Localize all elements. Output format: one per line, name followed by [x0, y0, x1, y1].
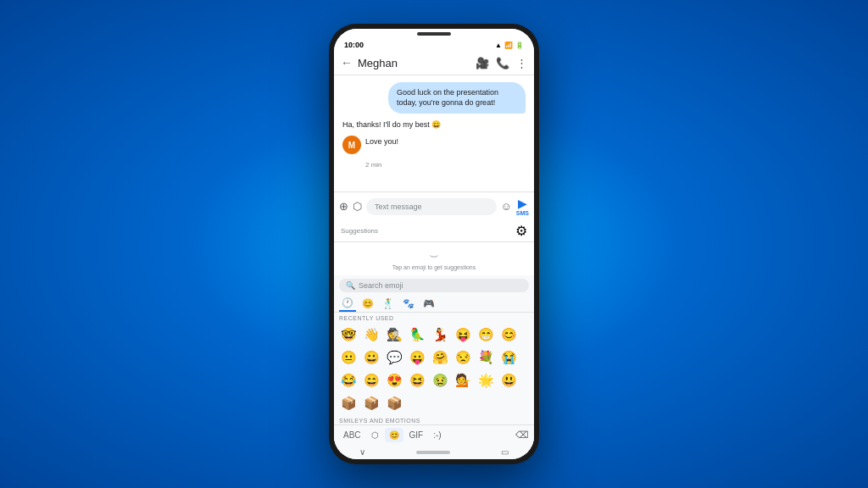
- emoji-item[interactable]: 😍: [383, 369, 405, 391]
- message-plain-received: Ha, thanks! I'll do my best 😀: [342, 119, 526, 130]
- emoji-item[interactable]: 🤓: [337, 324, 359, 346]
- emoji-item[interactable]: 💃: [429, 324, 451, 346]
- emoji-item[interactable]: 💬: [383, 347, 405, 369]
- suggestions-label: Suggestions: [341, 227, 378, 235]
- message-time: 2 min: [342, 161, 526, 169]
- contact-name: Meghan: [358, 57, 470, 69]
- send-button-area[interactable]: ▶ SMS: [516, 197, 529, 216]
- emoji-item[interactable]: 😁: [475, 324, 497, 346]
- message-input-bar: ⊕ ⬡ Text message ☺ ▶ SMS: [334, 191, 534, 220]
- emoji-item[interactable]: 💐: [475, 347, 497, 369]
- emoji-item[interactable]: 😊: [498, 324, 520, 346]
- emoji-keyboard: 🔍 Search emoji 🕐 😊 🕺 🐾 🎮 RECENTLY USED 🤓…: [334, 275, 534, 445]
- add-attachment-icon[interactable]: ⊕: [339, 200, 348, 213]
- suggestions-bar: Suggestions ⚙: [334, 220, 534, 242]
- avatar-message-text: Love you!: [365, 136, 398, 147]
- emoji-button-active[interactable]: 😊: [385, 428, 403, 442]
- phone-call-icon[interactable]: 📞: [496, 57, 509, 69]
- emoji-item[interactable]: 💁: [452, 369, 474, 391]
- status-time: 10:00: [344, 41, 364, 49]
- tab-animals[interactable]: 🐾: [400, 297, 417, 311]
- emoji-item[interactable]: 😐: [337, 347, 359, 369]
- emoji-item[interactable]: 👋: [360, 324, 382, 346]
- suggestions-content: ⌣ Tap an emoji to get suggestions: [334, 242, 534, 275]
- gif-button[interactable]: GIF: [405, 428, 428, 442]
- text-message-input[interactable]: Text message: [366, 198, 497, 215]
- status-icons: ▲ 📶 🔋: [495, 42, 524, 49]
- nav-recents-button[interactable]: ▭: [501, 447, 509, 457]
- emoji-item[interactable]: 🌟: [475, 369, 497, 391]
- phone-device: 10:00 ▲ 📶 🔋 ← Meghan 🎥 📞 ⋮ Good luck on …: [329, 24, 539, 464]
- navigation-bar: ∨ ▭: [334, 445, 534, 459]
- header-icons: 🎥 📞 ⋮: [476, 57, 527, 69]
- nav-home-button[interactable]: [416, 451, 450, 454]
- video-call-icon[interactable]: 🎥: [476, 57, 489, 69]
- keyboard-bottom-bar: ABC ⬡ 😊 GIF :-) ⌫: [334, 424, 534, 445]
- wifi-icon: 📶: [504, 42, 513, 49]
- kaomoji-button[interactable]: :-): [429, 428, 445, 442]
- emoji-search-bar[interactable]: 🔍 Search emoji: [339, 279, 529, 292]
- phone-screen: 10:00 ▲ 📶 🔋 ← Meghan 🎥 📞 ⋮ Good luck on …: [334, 29, 534, 459]
- emoji-item[interactable]: 📦: [360, 392, 382, 414]
- emoji-search-input[interactable]: Search emoji: [359, 281, 522, 290]
- phone-notch: [334, 29, 534, 37]
- send-icon[interactable]: ▶: [518, 197, 527, 210]
- emoji-item[interactable]: 😀: [360, 347, 382, 369]
- emoji-item[interactable]: 😭: [498, 347, 520, 369]
- emoji-item[interactable]: 😝: [452, 324, 474, 346]
- emoji-item[interactable]: 😛: [406, 347, 428, 369]
- signal-icon: ▲: [495, 42, 502, 49]
- more-options-icon[interactable]: ⋮: [516, 57, 527, 69]
- tab-smileys[interactable]: 😊: [359, 297, 376, 311]
- sticker-button[interactable]: ⬡: [367, 428, 383, 442]
- delete-button[interactable]: ⌫: [515, 430, 529, 441]
- emoji-item[interactable]: 😒: [452, 347, 474, 369]
- emoji-item[interactable]: 😂: [337, 369, 359, 391]
- abc-button[interactable]: ABC: [339, 428, 365, 442]
- speaker-bar: [417, 32, 451, 36]
- sms-label: SMS: [516, 210, 529, 216]
- sticker-icon[interactable]: ⬡: [353, 200, 362, 213]
- text-input-placeholder: Text message: [375, 202, 422, 211]
- message-bubble-sent: Good luck on the presentation today, you…: [388, 82, 526, 114]
- emoji-item[interactable]: 🤢: [429, 369, 451, 391]
- nav-back-button[interactable]: ∨: [359, 447, 365, 457]
- emoji-item[interactable]: 🤗: [429, 347, 451, 369]
- smileys-label: SMILEYS AND EMOTIONS: [334, 416, 534, 424]
- suggestions-hint: Tap an emoji to get suggestions: [392, 264, 476, 270]
- recently-used-grid: 🤓 👋 🕵 🦜 💃 😝 😁 😊 😐 😀 💬 😛 🤗 😒 💐 😭 😂 😄: [334, 322, 534, 416]
- chat-header: ← Meghan 🎥 📞 ⋮: [334, 51, 534, 75]
- sent-message-text: Good luck on the presentation today, you…: [397, 88, 498, 107]
- emoji-item[interactable]: 📦: [383, 392, 405, 414]
- battery-icon: 🔋: [515, 42, 524, 49]
- suggestions-settings-icon[interactable]: ⚙: [515, 223, 527, 239]
- emoji-item[interactable]: 😃: [498, 369, 520, 391]
- emoji-item[interactable]: 😆: [406, 369, 428, 391]
- emoji-category-tabs: 🕐 😊 🕺 🐾 🎮: [334, 296, 534, 313]
- emoji-search-icon: 🔍: [346, 281, 355, 290]
- emoji-item[interactable]: 🕵: [383, 324, 405, 346]
- emoji-picker-icon[interactable]: ☺: [501, 200, 512, 213]
- emoji-item[interactable]: 😄: [360, 369, 382, 391]
- emoji-item[interactable]: 📦: [337, 392, 359, 414]
- contact-avatar: M: [342, 136, 361, 154]
- message-with-avatar: M Love you!: [342, 136, 526, 154]
- tab-activities[interactable]: 🎮: [420, 297, 437, 311]
- chat-area: Good luck on the presentation today, you…: [334, 75, 534, 191]
- recently-used-label: RECENTLY USED: [334, 313, 534, 322]
- smiley-placeholder-icon: ⌣: [429, 247, 439, 263]
- status-bar: 10:00 ▲ 📶 🔋: [334, 37, 534, 51]
- tab-people[interactable]: 🕺: [380, 297, 397, 311]
- tab-recent[interactable]: 🕐: [339, 296, 356, 312]
- received-plain-text: Ha, thanks! I'll do my best 😀: [342, 120, 441, 129]
- back-button[interactable]: ←: [341, 56, 353, 69]
- emoji-item[interactable]: 🦜: [406, 324, 428, 346]
- avatar-message-content: Love you!: [365, 136, 398, 147]
